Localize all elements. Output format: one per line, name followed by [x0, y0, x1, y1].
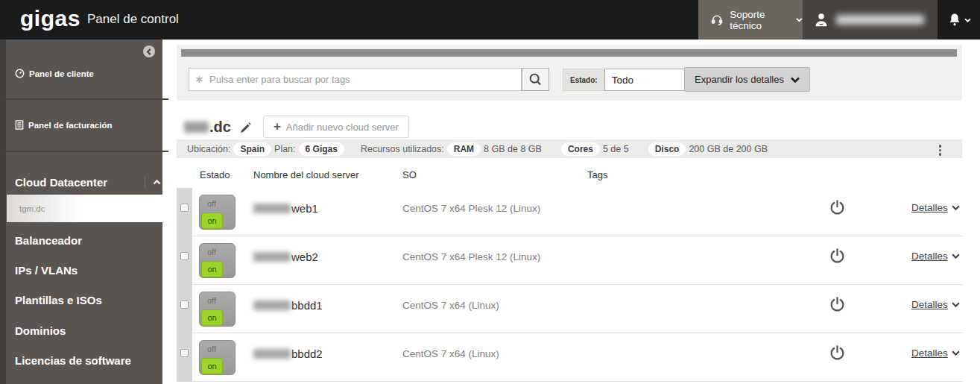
- details-link[interactable]: Detalles: [911, 202, 960, 213]
- power-icon[interactable]: [829, 248, 846, 268]
- top-header-bar: gigas Panel de control Soporte técnico: [0, 0, 980, 40]
- gigas-control-panel: gigas Panel de control Soporte técnico P…: [0, 0, 980, 384]
- row-select-strip: [177, 285, 192, 333]
- table-row: off on bbdd2 CentOS 7 x64 (Linux) Detall…: [177, 333, 962, 382]
- chevron-down-icon: [952, 302, 960, 307]
- estado-filter: Estado: Todo ▼: [563, 69, 700, 91]
- sidebar-item-plantillas-isos[interactable]: Plantillas e ISOs: [15, 294, 102, 306]
- search-button[interactable]: [522, 68, 549, 91]
- dashboard-gauge-icon: [15, 69, 25, 78]
- add-cloud-server-label: Añadir nuevo cloud server: [286, 122, 399, 133]
- row-checkbox[interactable]: [180, 204, 189, 212]
- toggle-on-label[interactable]: on: [201, 261, 223, 277]
- ubicacion-value-badge: Spain: [233, 142, 271, 156]
- horizontal-scrollbar[interactable]: [181, 49, 957, 57]
- table-row: off on web2 CentOS 7 x64 Plesk 12 (Linux…: [177, 236, 962, 285]
- server-name-redacted: [253, 204, 291, 213]
- row-select-strip: [177, 236, 192, 285]
- toggle-off-label[interactable]: off: [207, 199, 216, 208]
- toggle-on-label[interactable]: on: [201, 213, 223, 229]
- toggle-off-label[interactable]: off: [207, 344, 216, 353]
- filter-panel: Estado: Todo ▼ Expandir los detalles: [177, 45, 962, 101]
- tag-search-input[interactable]: [189, 68, 522, 91]
- table-row: off on bbdd1 CentOS 7 x64 (Linux) Detall…: [177, 285, 962, 333]
- disco-badge: Disco: [648, 142, 686, 156]
- power-icon[interactable]: [829, 199, 846, 219]
- column-nombre: Nombre del cloud server: [253, 169, 359, 180]
- toggle-on-label[interactable]: on: [201, 309, 223, 326]
- details-link[interactable]: Detalles: [911, 251, 960, 262]
- details-link[interactable]: Detalles: [911, 299, 960, 310]
- expand-details-label: Expandir los detalles: [695, 74, 784, 85]
- sidebar-item-panel-cliente[interactable]: Panel de cliente: [15, 69, 94, 78]
- power-icon[interactable]: [829, 344, 846, 365]
- details-label[interactable]: Detalles: [911, 299, 948, 310]
- row-checkbox[interactable]: [180, 300, 189, 309]
- invoice-icon: [15, 120, 24, 130]
- sidebar-item-ips-vlans[interactable]: IPs / VLANs: [15, 264, 78, 277]
- table-row: off on web1 CentOS 7 x64 Plesk 12 (Linux…: [177, 188, 962, 236]
- server-os: CentOS 7 x64 Plesk 12 (Linux): [402, 203, 540, 214]
- sidebar-item-licencias[interactable]: Licencias de software: [15, 354, 131, 367]
- power-toggle[interactable]: off on: [199, 292, 235, 327]
- sidebar-nav: Panel de cliente Panel de facturación Cl…: [0, 40, 162, 384]
- server-name-suffix: bbdd2: [291, 347, 323, 360]
- bell-icon: [947, 12, 962, 28]
- sidebar-collapse-button[interactable]: [143, 45, 155, 57]
- power-toggle[interactable]: off on: [199, 195, 235, 230]
- sidebar-item-label: Balanceador: [15, 234, 82, 247]
- user-account-menu[interactable]: [803, 0, 938, 40]
- column-estado: Estado: [200, 169, 230, 180]
- datacenter-name-suffix: .dc: [209, 119, 231, 136]
- sidebar-item-label: Dominios: [15, 324, 66, 337]
- row-checkbox[interactable]: [180, 252, 189, 260]
- notifications-menu[interactable]: [938, 0, 980, 40]
- server-os: CentOS 7 x64 (Linux): [402, 348, 499, 359]
- details-label[interactable]: Detalles: [911, 347, 948, 359]
- search-icon: [528, 72, 543, 86]
- sidebar-section-cloud-datacenter[interactable]: Cloud Datacenter: [15, 176, 161, 189]
- chevron-down-icon: [791, 77, 800, 83]
- sidebar-item-panel-facturacion[interactable]: Panel de facturación: [15, 120, 112, 130]
- details-link[interactable]: Detalles: [911, 347, 960, 359]
- server-os: CentOS 7 x64 (Linux): [402, 300, 499, 311]
- main-content: Estado: Todo ▼ Expandir los detalles .dc…: [162, 40, 980, 384]
- details-label[interactable]: Detalles: [911, 202, 948, 213]
- support-label: Soporte técnico: [730, 9, 790, 31]
- row-select-strip: [177, 188, 192, 236]
- gigas-logo[interactable]: gigas: [20, 6, 80, 31]
- support-menu[interactable]: Soporte técnico: [698, 0, 803, 40]
- chevron-down-icon: [964, 18, 971, 22]
- toggle-off-label[interactable]: off: [207, 248, 216, 256]
- server-name: bbdd2: [253, 347, 323, 360]
- server-name-suffix: web1: [291, 202, 318, 215]
- toggle-on-label[interactable]: on: [201, 358, 223, 374]
- sidebar-item-dominios[interactable]: Dominios: [15, 324, 66, 337]
- chevron-down-icon: [796, 17, 803, 22]
- row-checkbox[interactable]: [180, 349, 189, 357]
- server-name: web1: [253, 202, 318, 215]
- details-label[interactable]: Detalles: [911, 251, 948, 262]
- sidebar-item-balanceador[interactable]: Balanceador: [15, 234, 82, 247]
- recursos-label: Recursos utilizados:: [361, 144, 444, 154]
- edit-name-icon[interactable]: [238, 122, 251, 135]
- tag-search: [189, 68, 522, 91]
- toggle-off-label[interactable]: off: [207, 296, 216, 305]
- row-select-strip: [177, 333, 192, 382]
- server-os: CentOS 7 x64 Plesk 12 (Linux): [402, 251, 540, 262]
- sidebar-item-tgm-dc[interactable]: tgm.dc: [7, 195, 168, 222]
- active-datacenter-label: tgm.dc: [19, 204, 45, 213]
- add-cloud-server-button[interactable]: + Añadir nuevo cloud server: [263, 116, 409, 138]
- datacenter-options-kebab-icon[interactable]: [938, 143, 943, 157]
- power-icon[interactable]: [829, 296, 846, 316]
- power-toggle[interactable]: off on: [199, 340, 235, 375]
- server-name-redacted: [253, 300, 291, 310]
- estado-selected-value: Todo: [612, 75, 633, 86]
- power-toggle[interactable]: off on: [199, 243, 235, 278]
- disco-value: 200 GB de 200 GB: [689, 144, 768, 154]
- sidebar-item-label: Licencias de software: [15, 354, 131, 367]
- server-name-redacted: [253, 349, 291, 359]
- expand-details-button[interactable]: Expandir los detalles: [684, 67, 810, 92]
- sidebar-divider: [0, 98, 168, 100]
- server-name-suffix: web2: [291, 251, 318, 263]
